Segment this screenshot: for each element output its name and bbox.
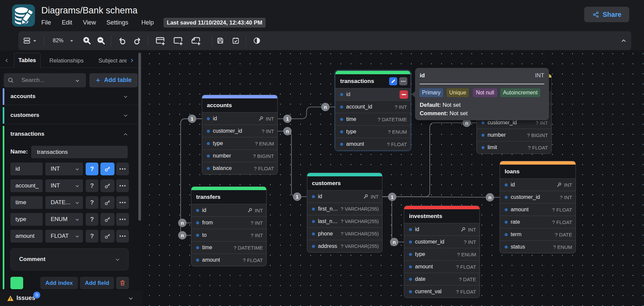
svg-text:1: 1 [391, 194, 394, 200]
svg-text:n: n [181, 232, 184, 238]
svg-text:n: n [393, 239, 396, 245]
svg-text:1: 1 [296, 194, 298, 200]
svg-text:n: n [181, 220, 184, 226]
svg-text:n: n [286, 128, 289, 134]
svg-text:n: n [324, 104, 327, 110]
svg-text:1: 1 [286, 116, 289, 122]
svg-text:n: n [488, 194, 491, 200]
svg-text:n: n [465, 120, 468, 126]
svg-text:1: 1 [191, 116, 193, 122]
